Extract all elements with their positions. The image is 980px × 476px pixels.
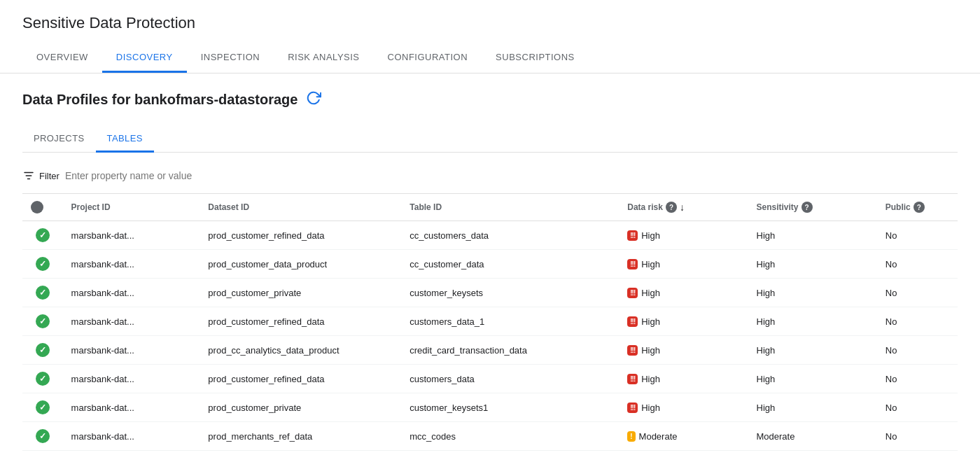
status-cell: ✓ — [22, 393, 63, 422]
sensitivity-cell: High — [748, 393, 877, 422]
data-table: Project ID Dataset ID Table ID — [22, 194, 958, 451]
dataset-id-cell: prod_customer_private — [200, 279, 401, 307]
high-risk-icon: !!! — [627, 402, 638, 413]
dataset-id-cell: prod_merchants_ref_data — [200, 422, 401, 451]
status-cell: ✓ — [22, 365, 63, 393]
sub-tab-tables[interactable]: TABLES — [96, 126, 154, 153]
project-id-cell: marsbank-dat... — [63, 307, 200, 336]
app-title: Sensitive Data Protection — [22, 14, 958, 41]
risk-badge: !!!High — [627, 259, 660, 270]
tab-subscriptions[interactable]: SUBSCRIPTIONS — [482, 43, 589, 73]
tab-risk-analysis[interactable]: RISK ANALYSIS — [274, 43, 373, 73]
col-header-public: Public ? — [877, 194, 958, 221]
table-row: ✓marsbank-dat...prod_customer_privatecus… — [22, 279, 958, 307]
dataset-id-cell: prod_customer_refined_data — [200, 307, 401, 336]
sensitivity-cell: High — [748, 279, 877, 307]
risk-badge: !!!High — [627, 230, 660, 241]
table-row: ✓marsbank-dat...prod_customer_refined_da… — [22, 307, 958, 336]
table-id-cell: customers_data — [401, 365, 619, 393]
data-risk-help-icon[interactable]: ? — [666, 202, 677, 213]
public-cell: No — [877, 279, 958, 307]
risk-label: High — [641, 402, 660, 413]
risk-label: High — [641, 316, 660, 327]
status-cell: ✓ — [22, 422, 63, 451]
risk-badge: !!!High — [627, 316, 660, 327]
risk-label: High — [641, 259, 660, 270]
table-row: ✓marsbank-dat...prod_merchants_ref_datam… — [22, 422, 958, 451]
tab-discovery[interactable]: DISCOVERY — [102, 43, 187, 73]
table-header-row: Project ID Dataset ID Table ID — [22, 194, 958, 221]
tab-overview[interactable]: OVERVIEW — [22, 43, 102, 73]
sensitivity-cell: High — [748, 250, 877, 279]
public-cell: No — [877, 221, 958, 250]
dataset-id-cell: prod_customer_data_product — [200, 250, 401, 279]
high-risk-icon: !!! — [627, 259, 638, 270]
table-row: ✓marsbank-dat...prod_customer_data_produ… — [22, 250, 958, 279]
risk-label: High — [641, 374, 660, 384]
table-row: ✓marsbank-dat...prod_customer_refined_da… — [22, 221, 958, 250]
data-risk-cell: !!!High — [619, 221, 748, 250]
header-checkbox — [31, 201, 43, 214]
data-risk-sort-icon[interactable]: ↓ — [680, 202, 685, 213]
data-risk-cell: !Moderate — [619, 422, 748, 451]
table-id-cell: customers_data_1 — [401, 307, 619, 336]
tab-configuration[interactable]: CONFIGURATION — [374, 43, 482, 73]
public-help-icon[interactable]: ? — [913, 202, 925, 213]
data-risk-cell: !!!High — [619, 336, 748, 365]
table-row: ✓marsbank-dat...prod_cc_analytics_data_p… — [22, 336, 958, 365]
project-id-cell: marsbank-dat... — [63, 365, 200, 393]
public-cell: No — [877, 336, 958, 365]
project-id-cell: marsbank-dat... — [63, 250, 200, 279]
project-id-cell: marsbank-dat... — [63, 336, 200, 365]
sensitivity-cell: High — [748, 307, 877, 336]
dataset-id-cell: prod_customer_refined_data — [200, 365, 401, 393]
col-header-sensitivity: Sensitivity ? — [748, 194, 877, 221]
table-id-cell: customer_keysets1 — [401, 393, 619, 422]
status-ok-icon: ✓ — [36, 286, 50, 300]
status-ok-icon: ✓ — [36, 429, 50, 443]
public-cell: No — [877, 422, 958, 451]
status-cell: ✓ — [22, 221, 63, 250]
table-id-cell: customer_keysets — [401, 279, 619, 307]
sub-tabs: PROJECTS TABLES — [22, 126, 958, 153]
project-id-cell: marsbank-dat... — [63, 279, 200, 307]
dataset-id-cell: prod_customer_refined_data — [200, 221, 401, 250]
high-risk-icon: !!! — [627, 230, 638, 241]
sensitivity-cell: High — [748, 365, 877, 393]
moderate-risk-icon: ! — [627, 431, 635, 442]
data-risk-cell: !!!High — [619, 365, 748, 393]
data-risk-cell: !!!High — [619, 393, 748, 422]
status-ok-icon: ✓ — [36, 343, 50, 357]
high-risk-icon: !!! — [627, 316, 638, 327]
refresh-icon[interactable] — [306, 90, 321, 109]
table-id-cell: mcc_codes — [401, 422, 619, 451]
data-risk-cell: !!!High — [619, 279, 748, 307]
filter-label: Filter — [39, 171, 59, 181]
sensitivity-cell: High — [748, 336, 877, 365]
col-header-dataset-id: Dataset ID — [200, 194, 401, 221]
col-header-project-id: Project ID — [63, 194, 200, 221]
risk-badge: !Moderate — [627, 431, 677, 442]
data-risk-cell: !!!High — [619, 307, 748, 336]
col-header-table-id: Table ID — [401, 194, 619, 221]
table-row: ✓marsbank-dat...prod_customer_refined_da… — [22, 365, 958, 393]
dataset-id-cell: prod_customer_private — [200, 393, 401, 422]
high-risk-icon: !!! — [627, 374, 638, 384]
public-cell: No — [877, 393, 958, 422]
status-cell: ✓ — [22, 336, 63, 365]
sub-tab-projects[interactable]: PROJECTS — [22, 126, 96, 153]
status-cell: ✓ — [22, 307, 63, 336]
table-body: ✓marsbank-dat...prod_customer_refined_da… — [22, 221, 958, 451]
status-ok-icon: ✓ — [36, 257, 50, 271]
status-cell: ✓ — [22, 279, 63, 307]
high-risk-icon: !!! — [627, 345, 638, 356]
public-cell: No — [877, 250, 958, 279]
tab-inspection[interactable]: INSPECTION — [187, 43, 274, 73]
status-cell: ✓ — [22, 250, 63, 279]
sensitivity-help-icon[interactable]: ? — [802, 202, 813, 213]
table-id-cell: credit_card_transaction_data — [401, 336, 619, 365]
project-id-cell: marsbank-dat... — [63, 393, 200, 422]
risk-badge: !!!High — [627, 345, 660, 356]
filter-input[interactable] — [65, 170, 958, 181]
project-id-cell: marsbank-dat... — [63, 221, 200, 250]
